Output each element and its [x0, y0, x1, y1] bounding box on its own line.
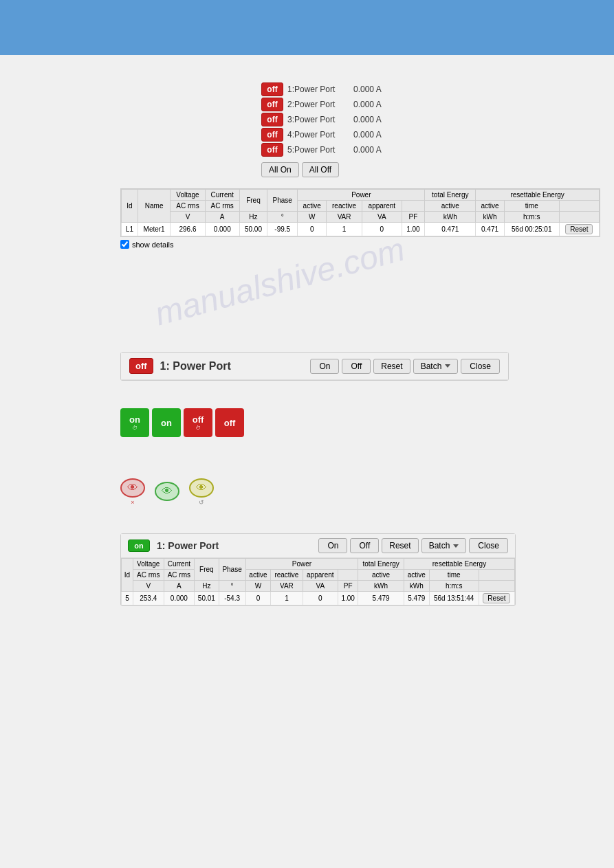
- port-detail-panel-off: off 1: Power Port On Off Reset Batch Clo…: [120, 352, 509, 381]
- cell-phase: -99.5: [267, 223, 298, 236]
- show-details-label: show details: [132, 241, 174, 249]
- port-list: off 1:Power Port 0.000 A off 2:Power Por…: [261, 82, 600, 157]
- col-kwh2: kWh: [476, 212, 505, 223]
- col-kwh: kWh: [425, 212, 476, 223]
- port-detail-title-off: 1: Power Port: [160, 360, 304, 372]
- port-2-toggle[interactable]: off: [261, 98, 283, 111]
- port-3-current: 0.000 A: [353, 115, 382, 124]
- cell2-resettable-time: 56d 13:51:44: [429, 592, 479, 605]
- energy-table-wrap: Id Name Voltage Current Freq Phase Power…: [120, 188, 600, 237]
- all-off-button[interactable]: All Off: [302, 162, 339, 177]
- col-resettable-active: active: [476, 201, 505, 212]
- col2-pf2: PF: [338, 581, 358, 592]
- batch-chevron-icon: [445, 364, 450, 368]
- toggle-on-timer-1[interactable]: on ⏱: [120, 408, 149, 437]
- pending-icon-group[interactable]: 👁 ↺: [189, 478, 214, 506]
- reset-button-on-panel[interactable]: Reset: [382, 538, 418, 553]
- show-details-checkbox[interactable]: [120, 240, 129, 249]
- col-power-apparent-label: apparent: [362, 201, 402, 212]
- on-button-on-panel[interactable]: On: [318, 538, 347, 553]
- col-name: Name: [138, 190, 171, 223]
- port-detail-header-on: on 1: Power Port On Off Reset Batch Clos…: [121, 534, 515, 558]
- cell-voltage: 296.6: [171, 223, 205, 236]
- toggle-off-2[interactable]: off: [215, 408, 244, 437]
- col2-total-energy: total Energy: [358, 559, 404, 570]
- col-hz: Hz: [239, 212, 267, 223]
- port-5-toggle[interactable]: off: [261, 143, 283, 157]
- toggle-off-timer-1[interactable]: off ⏱: [184, 408, 212, 437]
- cell2-power-active: 0: [245, 592, 271, 605]
- batch-label: Batch: [421, 361, 442, 371]
- ok-eye-icon: 👁: [155, 482, 179, 501]
- port-state-indicator-off[interactable]: off: [129, 358, 153, 374]
- watermark-section: manualshive.com: [14, 256, 600, 338]
- port-1-toggle[interactable]: off: [261, 82, 283, 96]
- error-sub-icon: ×: [131, 499, 134, 506]
- col2-id: Id: [122, 559, 133, 592]
- toggle-off-label-2: off: [224, 418, 236, 428]
- port-5-current: 0.000 A: [353, 145, 382, 155]
- cell2-phase: -54.3: [219, 592, 245, 605]
- error-icon-group[interactable]: 👁 ×: [120, 478, 145, 506]
- col-va: VA: [362, 212, 402, 223]
- col-voltage: Voltage: [171, 190, 205, 201]
- port-3-toggle[interactable]: off: [261, 113, 283, 126]
- cell-id: L1: [122, 223, 138, 236]
- col2-current: Current: [164, 559, 195, 570]
- port-4-toggle[interactable]: off: [261, 128, 283, 142]
- cell2-reset[interactable]: Reset: [479, 592, 514, 605]
- col2-power-reactive-label: reactive: [271, 570, 303, 581]
- col2-resettable-time: time: [429, 570, 479, 581]
- error-eye-icon: 👁: [120, 478, 145, 498]
- port-5-name: 5:Power Port: [287, 145, 349, 155]
- col2-var: VAR: [271, 581, 303, 592]
- batch-button-off-panel[interactable]: Batch: [413, 359, 459, 374]
- all-buttons: All On All Off: [261, 162, 600, 177]
- batch-label-on: Batch: [429, 541, 450, 550]
- col2-freq: Freq: [195, 559, 219, 581]
- reset-button-off-panel[interactable]: Reset: [373, 359, 410, 374]
- port-detail-actions-on: On Off Reset Batch Close: [318, 538, 508, 553]
- col2-pf: [338, 570, 358, 581]
- cell2-id: 5: [122, 592, 133, 605]
- col-power-active-label: active: [298, 201, 327, 212]
- cell2-power-reactive: 1: [271, 592, 303, 605]
- toggle-off-label-1: off: [193, 414, 204, 425]
- port-state-indicator-on[interactable]: on: [128, 539, 150, 552]
- cell2-pf: 1.00: [338, 592, 358, 605]
- col-voltage-unit: AC rms: [171, 201, 205, 212]
- cell2-freq: 50.01: [195, 592, 219, 605]
- col-total-energy-active: active: [425, 201, 476, 212]
- pending-eye-icon: 👁: [189, 478, 214, 498]
- col2-va: VA: [303, 581, 338, 592]
- off-button-off-panel[interactable]: Off: [342, 359, 371, 374]
- col-empty: [559, 212, 599, 223]
- all-on-button[interactable]: All On: [261, 162, 299, 177]
- close-button-off-panel[interactable]: Close: [461, 359, 500, 374]
- table-row-2: 5 253.4 0.000 50.01 -54.3 0 1 0 1.00 5.4…: [122, 592, 515, 605]
- toggle-on-label-1: on: [129, 414, 140, 425]
- cell-power-apparent: 0: [362, 223, 402, 236]
- col-phase: Phase: [267, 190, 298, 212]
- toggle-on-2[interactable]: on: [152, 408, 181, 437]
- col2-hms: h:m:s: [429, 581, 479, 592]
- batch-button-on-panel[interactable]: Batch: [421, 538, 467, 553]
- col2-kwh2: kWh: [404, 581, 429, 592]
- cell2-power-apparent: 0: [303, 592, 338, 605]
- on-button-off-panel[interactable]: On: [310, 359, 339, 374]
- off-button-on-panel[interactable]: Off: [350, 538, 379, 553]
- batch-chevron-icon-on: [453, 544, 459, 548]
- icon-section: 👁 × 👁 👁 ↺: [120, 478, 600, 506]
- ok-icon-group[interactable]: 👁: [155, 482, 179, 502]
- col2-phase: Phase: [219, 559, 245, 581]
- close-button-on-panel[interactable]: Close: [469, 538, 508, 553]
- port-3-name: 3:Power Port: [287, 115, 349, 124]
- col2-kwh: kWh: [358, 581, 404, 592]
- reset-button-1[interactable]: Reset: [565, 224, 593, 234]
- cell-reset[interactable]: Reset: [559, 223, 599, 236]
- col-current-unit: AC rms: [205, 201, 239, 212]
- port-1-name: 1:Power Port: [287, 85, 349, 94]
- cell2-resettable-active: 5.479: [404, 592, 429, 605]
- reset-button-2[interactable]: Reset: [483, 593, 510, 603]
- col2-current-unit: AC rms: [164, 570, 195, 581]
